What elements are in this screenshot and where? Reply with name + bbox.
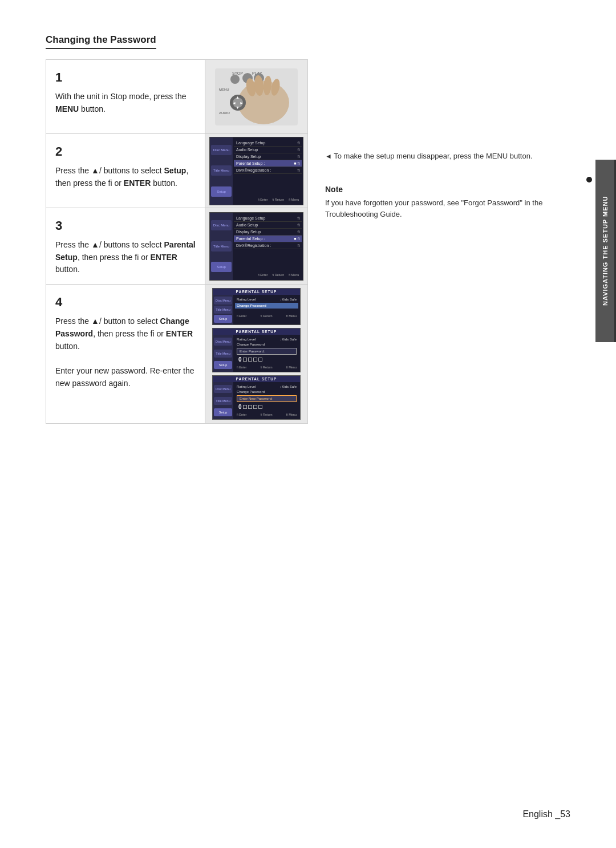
parental-bottom-3: fi Enterfi Returnfi Menu [235,412,298,417]
menu-right-3: Language Setupfi Audio Setupfi Display S… [234,215,302,278]
step-1-box: 1 With the unit in Stop mode, press the … [46,59,308,133]
svg-text:MENU: MENU [219,88,229,91]
rating-row-2: Rating Level: Kids Safe [235,336,298,342]
rating-row-1: Rating Level: Kids Safe [235,297,298,302]
note-text: If you have forgotten your password, see… [325,197,570,221]
parental-screen-1: PARENTAL SETUP Disc Menu Title Menu Setu… [212,288,301,325]
step-2-box: 2 Press the ▲/ buttons to select Setup, … [46,133,308,208]
step-2-text: 2 Press the ▲/ buttons to select Setup, … [46,134,205,208]
parental-bottom-1: fi Enterfi Returnfi Menu [235,309,298,319]
step-3-box: 3 Press the ▲/ buttons to select Parenta… [46,208,308,284]
change-pw-label-3: Change Password [235,389,298,394]
menu-row-divx-3: DivX®Registration :fi [234,242,302,249]
page-footer: English _53 [522,809,570,819]
steps-grid: 1 With the unit in Stop mode, press the … [46,59,570,424]
dot2-1 [248,358,252,362]
title-menu-p2: Title Menu [214,350,232,358]
parental-title-3: PARENTAL SETUP [213,376,300,382]
remote-svg: STOP PLAY MENU [212,66,301,128]
side-note: To make the setup menu disappear, press … [325,151,570,162]
setup-p2: Setup [214,361,232,369]
step-4-text: 4 Press the ▲/ button to select Change P… [46,285,205,397]
parental-screen-3: PARENTAL SETUP Disc Menu Title Menu Setu… [212,375,301,420]
parental-screen-2: PARENTAL SETUP Disc Menu Title Menu Setu… [212,328,301,372]
right-column: To make the setup menu disappear, press … [308,59,570,424]
disc-menu-p2: Disc Menu [214,338,232,346]
dot3-2 [253,405,257,409]
enter-pw-label: Enter Password: [240,350,265,353]
rating-row-3: Rating Level: Kids Safe [235,384,298,389]
parental-title-1: PARENTAL SETUP [213,289,300,295]
parental-title-2: PARENTAL SETUP [213,328,300,335]
change-pw-label-2: Change Password [235,342,298,347]
page-container: NAVIGATING THE SETUP MENU Changing the P… [0,0,616,848]
setup-menu-screen-2: Disc Menu Title Menu Setup Language Setu… [209,137,303,205]
parental-right-1: Rating Level: Kids Safe Change Password … [233,295,300,324]
step-1-number: 1 [55,68,196,87]
note-section: Note If you have forgotten your password… [325,185,570,221]
password-dots-2: 0 [235,403,298,411]
menu-row-parental-3: Parental Setup :■ fi [234,236,302,242]
title-menu-item: Title Menu [211,165,232,176]
left-column: 1 With the unit in Stop mode, press the … [46,59,308,424]
step-3-description: Press the ▲/ buttons to select Parental … [55,240,196,274]
svg-text:◄: ◄ [232,101,236,105]
enter-password-box: Enter Password: [237,348,297,355]
parental-body-3: Disc Menu Title Menu Setup Rating Level:… [213,382,300,419]
svg-text:▼: ▼ [236,106,240,109]
parental-left-2: Disc Menu Title Menu Setup [213,335,233,372]
parental-left-1: Disc Menu Title Menu Setup [213,295,233,324]
step-3-number: 3 [55,216,196,236]
step-2-number: 2 [55,142,196,161]
title-menu-item-3: Title Menu [211,241,232,251]
disc-menu-item: Disc Menu [211,145,232,155]
step-3-image: Disc Menu Title Menu Setup Language Setu… [205,208,307,284]
title-menu-p1: Title Menu [214,306,232,314]
menu-left-bar-2: Disc Menu Title Menu Setup [210,137,233,205]
step-2-image: Disc Menu Title Menu Setup Language Setu… [205,134,307,208]
svg-text:▲: ▲ [236,95,240,99]
pw-zero-2: 0 [238,404,242,410]
step-4-image: PARENTAL SETUP Disc Menu Title Menu Setu… [205,285,307,423]
step-4-box: 4 Press the ▲/ button to select Change P… [46,284,308,424]
step-2-description: Press the ▲/ buttons to select Setup, th… [55,166,188,188]
menu-right-2: Language Setupfi Audio Setupfi Display S… [234,140,302,202]
step-3-text: 3 Press the ▲/ buttons to select Parenta… [46,208,205,284]
section-title: Changing the Password [46,34,156,49]
svg-text:►: ► [240,101,244,105]
enter-new-password-box: Enter New Password: [237,395,297,402]
menu-row-lang: Language Setupfi [234,140,302,147]
setup-menu-screen-3: Disc Menu Title Menu Setup Language Setu… [209,212,303,281]
dot4-1 [258,358,262,362]
disc-menu-p3: Disc Menu [214,385,232,393]
menu-row-lang-3: Language Setupfi [234,215,302,222]
note-label: Note [325,185,570,194]
svg-text:STOP: STOP [232,71,243,75]
setup-item-3: Setup [211,262,232,272]
svg-text:AUDIO: AUDIO [219,111,230,115]
parental-bottom-2: fi Enterfi Returnfi Menu [235,364,298,370]
dot4-2 [258,405,262,409]
change-pw-row-1: Change Password [235,303,298,309]
menu-left-bar-3: Disc Menu Title Menu Setup [210,213,233,280]
enter-new-pw-label: Enter New Password: [240,397,273,400]
step-1-image: STOP PLAY MENU [205,60,307,133]
menu-row-divx: DivX®Registration :fi [234,167,302,174]
dot2-2 [248,405,252,409]
side-tab: NAVIGATING THE SETUP MENU [595,160,616,342]
side-note-text: To make the setup menu disappear, press … [334,152,532,160]
menu-row-parental: Parental Setup :■ fi [234,160,302,167]
step-4-description: Press the ▲/ button to select Change Pas… [55,317,194,387]
menu-row-display-3: Display Setupfi [234,229,302,236]
parental-left-3: Disc Menu Title Menu Setup [213,382,233,419]
step-1-text: 1 With the unit in Stop mode, press the … [46,60,205,133]
side-tab-label: NAVIGATING THE SETUP MENU [602,196,609,306]
menu-bottom-2: fi Enterfi Returnfi Menu [258,198,301,201]
parental-screens: PARENTAL SETUP Disc Menu Title Menu Setu… [212,288,301,420]
password-dots-1: 0 [235,356,298,363]
disc-menu-p1: Disc Menu [214,297,232,305]
dot3-1 [253,358,257,362]
step-4-number: 4 [55,293,196,312]
setup-p1: Setup [214,315,232,323]
parental-body-2: Disc Menu Title Menu Setup Rating Level:… [213,335,300,372]
